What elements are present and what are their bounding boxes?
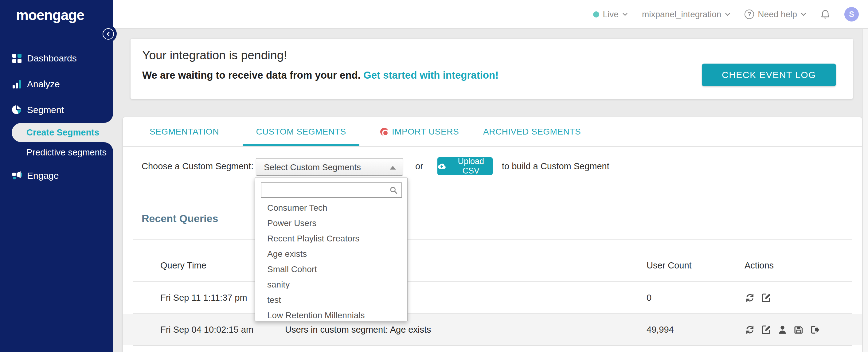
user-count-cell: 0: [647, 282, 651, 313]
sidebar-item-segment[interactable]: Segment: [12, 101, 64, 119]
tab-segmentation[interactable]: SEGMENTATION: [150, 117, 219, 146]
refresh-icon[interactable]: [745, 324, 755, 335]
project-switcher[interactable]: mixpanel_integration: [642, 9, 731, 19]
environment-switcher[interactable]: Live: [593, 9, 628, 19]
dropdown-option[interactable]: Consumer Tech: [255, 200, 407, 216]
top-bar-actions: Live mixpanel_integration ? Need help S: [593, 0, 859, 29]
tab-label: CUSTOM SEGMENTS: [256, 127, 346, 137]
dropdown-options: Consumer Tech Power Users Recent Playlis…: [255, 200, 407, 323]
cloud-upload-icon: [437, 162, 446, 170]
dropdown-option[interactable]: Recent Playlist Creators: [255, 231, 407, 246]
divider: [133, 345, 852, 346]
or-text: or: [415, 161, 423, 171]
active-tab-underline: [243, 144, 359, 146]
divider: [133, 313, 852, 314]
column-header-query-time: Query Time: [160, 260, 207, 270]
dropdown-option[interactable]: Age exists: [255, 246, 407, 262]
custom-segment-dropdown: Consumer Tech Power Users Recent Playlis…: [255, 178, 408, 321]
dropdown-option[interactable]: Small Cohort: [255, 262, 407, 277]
tab-label: ARCHIVED SEGMENTS: [483, 127, 581, 137]
sidebar-item-label: Engage: [27, 170, 59, 181]
sidebar-item-label: Analyze: [27, 79, 60, 89]
banner-message: We are waiting to receive data from your…: [142, 69, 498, 81]
dropdown-search-input[interactable]: [261, 183, 402, 198]
sidebar-item-analyze[interactable]: Analyze: [12, 75, 60, 93]
tabs-divider: [123, 146, 862, 147]
dropdown-option[interactable]: Low Retention Millennials: [255, 308, 407, 323]
export-icon[interactable]: [810, 324, 820, 335]
help-menu[interactable]: ? Need help: [745, 9, 806, 19]
sidebar-corner-curve: [104, 114, 113, 123]
dashboards-grid-icon: [12, 53, 22, 64]
custom-segment-select[interactable]: Select Custom Segments: [256, 158, 403, 176]
user-count-cell: 49,994: [647, 314, 674, 345]
top-bar: Live mixpanel_integration ? Need help S: [0, 0, 868, 29]
sidebar-item-label: Predictive segments: [26, 148, 106, 158]
chevron-down-icon: [725, 12, 731, 16]
tab-label: SEGMENTATION: [150, 127, 219, 137]
sidebar-item-create-segments[interactable]: Create Segments: [12, 123, 113, 142]
row-actions: [745, 282, 772, 313]
dropdown-option[interactable]: Power Users: [255, 216, 407, 231]
pie-chart-icon: [12, 105, 22, 115]
upload-csv-button[interactable]: Upload CSV: [437, 157, 493, 175]
project-name: mixpanel_integration: [642, 9, 721, 19]
save-icon[interactable]: [793, 324, 804, 335]
divider: [133, 239, 852, 239]
column-header-user-count: User Count: [647, 260, 692, 270]
scrollbar-track[interactable]: [863, 29, 868, 352]
segments-card: SEGMENTATION CUSTOM SEGMENTS IMPORT USER…: [123, 117, 862, 352]
tab-label: IMPORT USERS: [392, 127, 459, 137]
table-row: Fri Sep 11 1:11:37 pm 0: [123, 282, 862, 313]
upload-csv-label: Upload CSV: [450, 157, 493, 176]
moengage-logo[interactable]: moengage: [16, 7, 84, 23]
bell-icon[interactable]: [820, 9, 830, 20]
chevron-left-icon: [106, 31, 111, 37]
sidebar-item-dashboards[interactable]: Dashboards: [12, 50, 77, 67]
check-event-log-button[interactable]: CHECK EVENT LOG: [702, 64, 836, 86]
triangle-up-icon: [390, 166, 396, 169]
select-value: Select Custom Segments: [264, 162, 361, 172]
tab-custom-segments[interactable]: CUSTOM SEGMENTS: [243, 117, 359, 146]
dropdown-option[interactable]: test: [255, 292, 407, 308]
build-segment-text: to build a Custom Segment: [502, 161, 609, 171]
sidebar-item-engage[interactable]: Engage: [12, 167, 59, 184]
search-icon: [390, 186, 398, 194]
row-actions: [745, 314, 820, 345]
table-row: Fri Sep 04 10:02:15 am Users in custom s…: [123, 314, 862, 345]
refresh-icon[interactable]: [745, 292, 755, 303]
avatar[interactable]: S: [844, 7, 859, 22]
get-started-link[interactable]: Get started with integration!: [363, 69, 498, 81]
edit-icon[interactable]: [761, 292, 772, 303]
choose-segment-label: Choose a Custom Segment:: [142, 161, 253, 171]
banner-title: Your integration is pending!: [142, 49, 287, 62]
chevron-down-icon: [801, 12, 806, 16]
megaphone-icon: [12, 170, 22, 181]
integration-pending-banner: Your integration is pending! We are wait…: [130, 39, 853, 99]
query-time-cell: Fri Sep 11 1:11:37 pm: [160, 282, 247, 313]
edit-icon[interactable]: [761, 324, 772, 335]
chevron-down-icon: [622, 12, 628, 16]
help-label: Need help: [758, 9, 797, 19]
import-dot-icon: [380, 128, 388, 136]
recent-queries-title: Recent Queries: [142, 213, 218, 225]
sidebar-item-label: Dashboards: [27, 53, 77, 64]
sidebar-item-label: Create Segments: [26, 127, 99, 138]
sidebar-item-label: Segment: [27, 105, 64, 115]
tab-import-users[interactable]: IMPORT USERS: [380, 117, 459, 146]
dropdown-option[interactable]: sanity: [255, 277, 407, 292]
sidebar-item-predictive-segments[interactable]: Predictive segments: [26, 144, 106, 161]
query-time-cell: Fri Sep 04 10:02:15 am: [160, 314, 253, 345]
sidebar-collapse-button[interactable]: [102, 28, 114, 40]
tab-archived-segments[interactable]: ARCHIVED SEGMENTS: [483, 117, 581, 146]
banner-message-text: We are waiting to receive data from your…: [142, 69, 361, 81]
live-label: Live: [603, 9, 619, 19]
live-status-dot: [593, 11, 599, 18]
sidebar: moengage Dashboards Analyze Segment: [0, 0, 113, 352]
question-mark-icon: ?: [745, 9, 754, 19]
moengage-app: Live mixpanel_integration ? Need help S …: [0, 0, 868, 352]
user-icon[interactable]: [777, 324, 788, 335]
bar-chart-icon: [12, 79, 22, 89]
column-header-actions: Actions: [745, 260, 774, 270]
